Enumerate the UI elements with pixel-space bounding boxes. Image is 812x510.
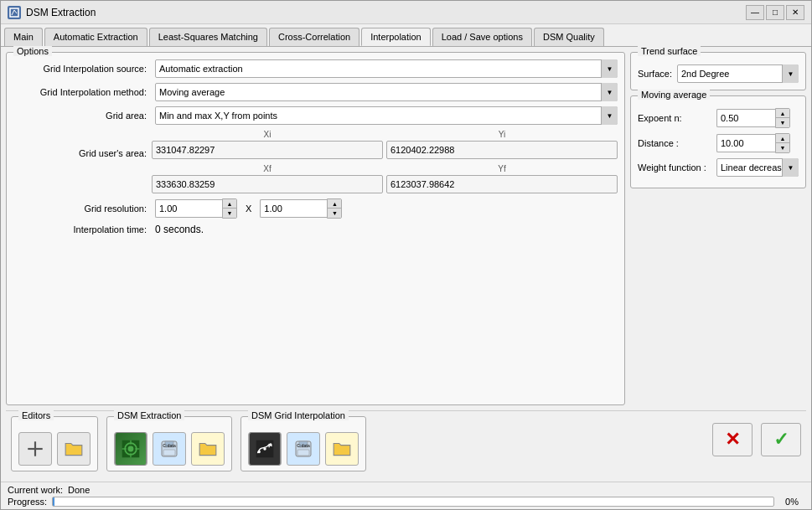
exponent-row: Expoent n: ▲ ▼ xyxy=(638,108,799,128)
grid-source-label: Grid Interpolation source: xyxy=(13,64,152,74)
ok-button[interactable]: ✓ xyxy=(761,423,801,456)
title-bar: DSM Extraction — □ ✕ xyxy=(1,1,811,24)
grid-coords: Xi Yi xyxy=(152,130,618,193)
tab-dsmquality[interactable]: DSM Quality xyxy=(534,28,604,46)
cancel-button[interactable]: ✕ xyxy=(712,423,753,456)
xi-label: Xi xyxy=(152,130,383,139)
grid-area-label: Grid area: xyxy=(13,111,152,121)
resolution-x-input[interactable] xyxy=(155,199,222,218)
distance-spinner-buttons: ▲ ▼ xyxy=(775,133,790,153)
xi-input-col xyxy=(152,141,383,159)
options-panel: Options Grid Interpolation source: Autom… xyxy=(6,52,625,405)
yi-label: Yi xyxy=(386,130,618,139)
svg-rect-20 xyxy=(297,450,309,456)
svg-point-17 xyxy=(269,443,272,446)
distance-input[interactable] xyxy=(716,134,775,152)
yi-input-col xyxy=(386,141,618,159)
yi-input[interactable] xyxy=(386,141,618,159)
dsm-grid-save-button[interactable]: C:data xyxy=(287,432,320,466)
tab-bar: Main Automatic Extraction Least-Squares … xyxy=(1,24,811,47)
moving-avg-title: Moving average xyxy=(638,90,710,100)
grid-method-select[interactable]: Moving average xyxy=(155,83,618,101)
yf-input-col xyxy=(386,175,618,193)
yf-input[interactable] xyxy=(386,175,618,193)
progress-percent: 0% xyxy=(779,497,804,507)
resolution-x-spinner: ▲ ▼ xyxy=(155,198,237,219)
cancel-icon: ✕ xyxy=(725,429,740,451)
resolution-y-spinner: ▲ ▼ xyxy=(260,198,342,219)
editors-folder-button[interactable] xyxy=(57,432,91,466)
window-title: DSM Extraction xyxy=(26,7,96,18)
exponent-label: Expoent n: xyxy=(638,113,713,123)
weight-row: Weight function : Linear decrease ▼ xyxy=(638,158,799,177)
xf-input-col xyxy=(152,175,383,193)
title-bar-left: DSM Extraction xyxy=(8,6,96,19)
resolution-y-spinner-buttons: ▲ ▼ xyxy=(327,198,342,219)
dsm-extraction-icon xyxy=(115,432,147,466)
yf-label: Yf xyxy=(386,164,618,173)
moving-avg-panel: Moving average Expoent n: ▲ ▼ Distance xyxy=(630,95,806,188)
xi-input[interactable] xyxy=(152,141,383,159)
svg-point-16 xyxy=(263,447,266,450)
dsm-extraction-save-button[interactable]: C:data xyxy=(153,432,186,466)
progress-bar-container xyxy=(52,497,774,507)
current-work-row: Current work: Done xyxy=(8,485,804,495)
dsm-extraction-folder-button[interactable] xyxy=(191,432,225,466)
distance-row: Distance : ▲ ▼ xyxy=(638,133,799,153)
surface-label: Surface: xyxy=(638,69,672,79)
weight-select[interactable]: Linear decrease xyxy=(716,158,799,177)
resolution-x-up-button[interactable]: ▲ xyxy=(223,199,236,209)
grid-area-row: Grid area: Min and max X,Y from points ▼ xyxy=(13,106,618,125)
trend-row: Surface: 2nd Degree ▼ xyxy=(638,64,799,83)
close-button[interactable]: ✕ xyxy=(786,5,804,20)
progress-row: Progress: 0% xyxy=(8,497,804,507)
editors-title: Editors xyxy=(18,410,54,420)
current-work-value: Done xyxy=(68,485,90,495)
tab-loadsave[interactable]: Load / Save options xyxy=(432,28,532,46)
resolution-y-down-button[interactable]: ▼ xyxy=(328,209,341,218)
exponent-input[interactable] xyxy=(716,109,775,127)
resolution-y-up-button[interactable]: ▲ xyxy=(328,199,341,209)
action-buttons: ✕ ✓ xyxy=(712,416,801,456)
svg-text:C:data: C:data xyxy=(297,443,310,448)
progress-label: Progress: xyxy=(8,497,47,507)
distance-label: Distance : xyxy=(638,138,713,148)
ok-icon: ✓ xyxy=(773,429,789,451)
main-window: DSM Extraction — □ ✕ Main Automatic Extr… xyxy=(0,0,812,510)
bottom-section: Editors DSM Extraction xyxy=(6,410,806,477)
weight-wrapper: Linear decrease ▼ xyxy=(716,158,799,177)
exponent-up-button[interactable]: ▲ xyxy=(776,109,789,118)
resolution-y-input[interactable] xyxy=(260,199,327,218)
tab-interpolation[interactable]: Interpolation xyxy=(361,28,431,46)
editors-add-button[interactable] xyxy=(18,432,52,466)
resolution-x-down-button[interactable]: ▼ xyxy=(223,209,236,218)
interpolation-time-label: Interpolation time: xyxy=(13,224,152,234)
grid-area-select[interactable]: Min and max X,Y from points xyxy=(155,106,618,125)
minimize-button[interactable]: — xyxy=(746,5,764,20)
trend-panel: Trend surface Surface: 2nd Degree ▼ xyxy=(630,52,806,90)
grid-area-wrapper: Min and max X,Y from points ▼ xyxy=(155,106,618,125)
grid-user-area-label: Grid user's area: xyxy=(13,130,152,158)
yf-col: Yf xyxy=(386,164,618,173)
tab-lsm[interactable]: Least-Squares Matching xyxy=(149,28,267,46)
tab-crosscorr[interactable]: Cross-Correlation xyxy=(269,28,359,46)
xf-input[interactable] xyxy=(152,175,383,193)
status-bar: Current work: Done Progress: 0% xyxy=(1,482,811,509)
xf-col: Xf xyxy=(152,164,383,173)
xi-yi-inputs-row xyxy=(152,141,618,159)
tab-main[interactable]: Main xyxy=(4,28,43,46)
resolution-x-spinner-buttons: ▲ ▼ xyxy=(222,198,237,219)
dsm-grid-folder-button[interactable] xyxy=(325,432,359,466)
grid-source-select[interactable]: Automatic extraction xyxy=(155,59,618,78)
surface-select[interactable]: 2nd Degree xyxy=(677,64,799,83)
svg-point-5 xyxy=(128,446,134,452)
exponent-down-button[interactable]: ▼ xyxy=(776,118,789,127)
weight-label: Weight function : xyxy=(638,162,713,173)
dsm-grid-run-button[interactable] xyxy=(248,432,282,466)
dsm-extraction-run-button[interactable] xyxy=(114,432,147,466)
distance-up-button[interactable]: ▲ xyxy=(776,134,789,143)
maximize-button[interactable]: □ xyxy=(766,5,784,20)
interpolation-time-row: Interpolation time: 0 seconds. xyxy=(13,224,618,235)
tab-automatic[interactable]: Automatic Extraction xyxy=(44,28,147,46)
distance-down-button[interactable]: ▼ xyxy=(776,143,789,152)
